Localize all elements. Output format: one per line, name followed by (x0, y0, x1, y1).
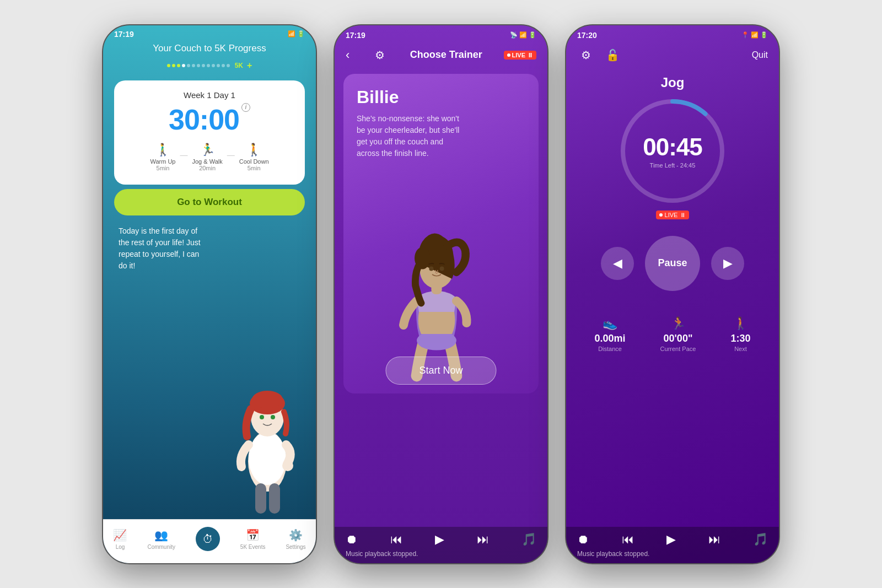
music-record-icon-3[interactable]: ⏺ (577, 532, 589, 547)
nav-community-label: Community (147, 544, 175, 550)
nav-events[interactable]: 📅 5K Events (240, 528, 266, 550)
svg-point-1 (249, 432, 286, 485)
time-2: 17:19 (346, 31, 365, 40)
add-progress-icon[interactable]: + (247, 61, 252, 71)
jog-icon: 🏃‍♂️ (192, 143, 223, 157)
week-day-label: Week 1 Day 1 (125, 90, 294, 100)
dot (187, 64, 190, 67)
dot-current (182, 64, 185, 67)
nav-settings[interactable]: ⚙️ Settings (286, 528, 305, 550)
svg-point-8 (260, 415, 264, 419)
start-now-button[interactable]: Start Now (385, 357, 496, 385)
workout-steps: 🚶‍♂️ Warm Up 5min — 🏃‍♂️ Jog & Walk 20mi… (125, 143, 294, 171)
svg-point-14 (429, 266, 433, 271)
time-3: 17:20 (577, 31, 597, 40)
music-status-3: Music playback stopped. (577, 550, 768, 558)
settings-icon: ⚙️ (289, 528, 303, 542)
rewind-icon-3[interactable]: ⏮ (622, 532, 634, 547)
trainer-title: Choose Trainer (410, 49, 482, 61)
community-icon: 👥 (154, 528, 168, 542)
nav-timer[interactable]: ⏱ (196, 527, 220, 551)
nav-log[interactable]: 📈 Log (113, 528, 127, 550)
bottom-nav: 📈 Log 👥 Community ⏱ 📅 5K Events ⚙️ Setti… (103, 519, 316, 563)
fast-forward-icon[interactable]: ⏭ (477, 532, 489, 547)
music-controls-3: ⏺ ⏮ ▶ ⏭ 🎵 (577, 532, 768, 547)
svg-rect-3 (255, 483, 266, 514)
pace-value: 00'00" (660, 333, 696, 344)
svg-point-7 (252, 391, 283, 408)
step-cooldown: 🚶 Cool Down 5min (239, 143, 269, 171)
status-bar-3: 17:20 📍 📶 🔋 (566, 25, 779, 43)
svg-point-5 (251, 398, 284, 436)
timer-nav-btn[interactable]: ⏱ (196, 527, 220, 551)
next-button[interactable]: ▶ (711, 247, 744, 280)
step-warmup: 🚶‍♂️ Warm Up 5min (150, 143, 175, 171)
red-dot-3 (659, 213, 663, 217)
goto-workout-button[interactable]: Go to Workout (114, 189, 305, 215)
step-time: 5min (150, 165, 175, 171)
svg-point-13 (415, 247, 431, 269)
svg-point-0 (248, 431, 287, 492)
workout-timer: 00:45 (643, 133, 702, 161)
pause-icon: ⏸ (527, 52, 533, 58)
step-jog: 🏃‍♂️ Jog & Walk 20min (192, 143, 223, 171)
info-icon[interactable]: i (241, 103, 250, 112)
distance-value: 0.00mi (595, 333, 626, 344)
phone-screen-1: 17:19 📶 🔋 Your Couch to 5K Progress 5K +… (102, 24, 317, 564)
live-label: LIVE (512, 52, 525, 58)
motivation-text: Today is the first day of the rest of yo… (103, 220, 224, 277)
svg-point-9 (271, 415, 275, 419)
workout-card: Week 1 Day 1 30:00 i 🚶‍♂️ Warm Up 5min —… (114, 80, 305, 185)
phone-screen-2: 17:19 📡 📶 🔋 ‹ ⚙ Choose Trainer LIVE ⏸ Bi… (334, 24, 548, 564)
status-icons-2: 📡 📶 🔋 (510, 31, 536, 39)
rewind-icon[interactable]: ⏮ (390, 532, 402, 547)
pause-button[interactable]: Pause (645, 236, 700, 291)
progress-bar: 5K + (103, 58, 316, 76)
trainer-header: ‹ ⚙ Choose Trainer LIVE ⏸ (335, 43, 547, 69)
step-name: Warm Up (150, 158, 175, 165)
lock-icon[interactable]: 🔓 (604, 46, 621, 64)
back-button[interactable]: ‹ (346, 48, 349, 62)
distance-icon: 👟 (595, 316, 626, 331)
music-record-icon[interactable]: ⏺ (346, 532, 358, 547)
step-name: Cool Down (239, 158, 269, 165)
nav-settings-label: Settings (286, 544, 305, 550)
playlist-icon[interactable]: 🎵 (521, 532, 536, 547)
dot (207, 64, 210, 67)
settings-icon[interactable]: ⚙ (371, 46, 389, 64)
trainer-card: Billie She's no-nonsense: she won't be y… (343, 74, 539, 393)
pace-label: Current Pace (660, 346, 696, 352)
fast-forward-icon-3[interactable]: ⏭ (708, 532, 720, 547)
header-icons: ⚙ (371, 46, 389, 64)
dash-1: — (180, 150, 188, 159)
dot (202, 64, 205, 67)
svg-rect-4 (269, 483, 280, 514)
nav-events-label: 5K Events (240, 544, 266, 550)
dot (212, 64, 215, 67)
dot (222, 64, 225, 67)
pace-icon: 🏃 (660, 316, 696, 331)
play-icon-3[interactable]: ▶ (666, 532, 676, 547)
log-icon: 📈 (113, 528, 127, 542)
stat-pace: 🏃 00'00" Current Pace (660, 316, 696, 352)
cooldown-icon: 🚶 (239, 143, 269, 157)
next-icon: 🚶 (730, 316, 750, 331)
quit-button[interactable]: Quit (752, 50, 768, 60)
nav-community[interactable]: 👥 Community (147, 528, 175, 550)
stat-distance: 👟 0.00mi Distance (595, 316, 626, 352)
timer-inner: 00:45 Time Left - 24:45 (643, 133, 702, 169)
play-icon[interactable]: ▶ (435, 532, 444, 547)
warmup-icon: 🚶‍♂️ (150, 143, 175, 157)
playlist-icon-3[interactable]: 🎵 (753, 532, 768, 547)
timer-section: Jog 00:45 Time Left - 24:45 LIVE ⏸ (566, 64, 779, 225)
workout-header: ⚙ 🔓 Quit (566, 43, 779, 64)
step-time: 20min (192, 165, 223, 171)
timer-icon: ⏱ (202, 533, 213, 546)
previous-button[interactable]: ◀ (601, 247, 634, 280)
dot (192, 64, 195, 67)
next-value: 1:30 (730, 333, 750, 344)
dot (172, 64, 175, 67)
settings-icon-3[interactable]: ⚙ (577, 46, 595, 64)
svg-point-2 (282, 460, 293, 471)
phone-screen-3: 17:20 📍 📶 🔋 ⚙ 🔓 Quit Jog 00:45 Time Left… (565, 24, 780, 564)
